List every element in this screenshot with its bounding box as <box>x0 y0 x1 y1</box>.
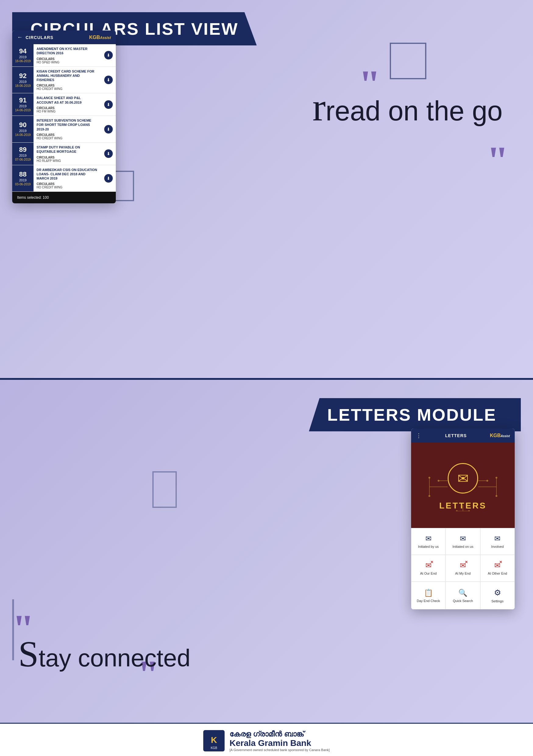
circular-item[interactable]: 94 2019 18-06-2019 AMENDMENT ON KYC MAST… <box>12 44 116 67</box>
grid-item-settings[interactable]: ⚙ Settings <box>480 581 515 609</box>
circular-type: CIRCULARS <box>37 57 98 61</box>
letters-header: LETTERS MODULE <box>309 398 521 431</box>
circular-type: CIRCULARS <box>37 182 98 186</box>
circular-action: ⬇ <box>101 67 116 93</box>
tagline-stay: Stay connected <box>18 636 191 672</box>
envelope-icon: ✉ <box>425 534 432 543</box>
grid-icon-wrapper: ✉ <box>460 534 466 543</box>
circular-content: DR AMBEDKAR CSIS ON EDUCATION LOANS- CLA… <box>34 165 101 192</box>
circular-wing: HO FM WING <box>37 110 98 113</box>
circular-item[interactable]: 90 2019 14-06-2019 INTEREST SUBVENTION S… <box>12 116 116 143</box>
phone-screen-title: CIRCULARS <box>26 35 53 40</box>
bank-name-block: കേരള ഗ്രാമീൻ ബാങ്ക് Kerala Gramin Bank [… <box>229 730 330 752</box>
circular-title: STAMP DUTY PAYABLE ON EQUITABLE MORTGAGE <box>37 145 98 154</box>
circular-year: 2019 <box>19 129 27 133</box>
circular-year: 2019 <box>19 178 27 182</box>
grid-item-involved[interactable]: ✉ Involved <box>480 528 515 555</box>
circular-title: KISAN CREDIT CARD SCHEME FOR ANIMAL HUSB… <box>37 69 98 82</box>
circulars-section: CIRCULARS LIST VIEW " " rread on the go … <box>0 0 533 378</box>
grid-label: Initiated by us <box>418 545 439 549</box>
circular-item[interactable]: 89 2019 07-06-2019 STAMP DUTY PAYABLE ON… <box>12 143 116 165</box>
grid-icon-wrapper: ✉ ✕ <box>460 561 466 570</box>
circular-number: 89 <box>19 146 27 153</box>
circular-number: 91 <box>19 97 27 104</box>
circular-sub: CIRCULARS HO SP&D WING <box>37 57 98 64</box>
grid-label: Settings <box>491 599 503 603</box>
day-end-check-icon: 📋 <box>424 589 433 597</box>
circular-item[interactable]: 92 2019 18-06-2019 KISAN CREDIT CARD SCH… <box>12 67 116 94</box>
circular-type: CIRCULARS <box>37 106 98 110</box>
svg-text:KGB: KGB <box>211 746 217 750</box>
mail-icon-circle: ✉ <box>448 463 478 494</box>
grid-item-at-our-end[interactable]: ✉ ✕ At Our End <box>411 555 445 581</box>
circular-content: KISAN CREDIT CARD SCHEME FOR ANIMAL HUSB… <box>34 67 101 93</box>
envelope-icon: ✉ <box>494 534 500 543</box>
bank-footer: K KGB കേരള ഗ്രാമീൻ ബാങ്ക് Kerala Gramin … <box>0 723 533 756</box>
rect-decoration-top <box>390 43 426 79</box>
circular-wing: HO RL&FP WING <box>37 159 98 162</box>
circular-sub: CIRCULARS HO RL&FP WING <box>37 156 98 162</box>
grid-item-quick-search[interactable]: 🔍 Quick Search <box>445 581 480 609</box>
items-selected-bar: Items selected: 100 <box>12 192 116 203</box>
circular-action: ⬇ <box>101 44 116 67</box>
line-decoration-letters <box>12 599 14 660</box>
envelope-strikethrough-icon: ✉ ✕ <box>425 561 432 570</box>
svg-point-11 <box>495 495 497 497</box>
grid-label: Involved <box>491 545 504 549</box>
grid-item-initiated-on-us[interactable]: ✉ Initiated on us <box>445 528 480 555</box>
circular-item[interactable]: 91 2019 14-06-2019 BALANCE SHEET AND P&L… <box>12 93 116 116</box>
circular-date: 14-06-2019 <box>15 133 31 137</box>
circular-sub: CIRCULARS HO CREDIT WING <box>37 133 98 140</box>
items-count: Items selected: 100 <box>17 195 49 200</box>
quick-search-icon: 🔍 <box>458 589 467 597</box>
circular-number: 94 <box>19 48 27 55</box>
circular-content: INTEREST SUBVENTION SCHEME FOR SHORT TER… <box>34 116 101 142</box>
circulars-phone-mockup: ← CIRCULARS KGBAssist 94 2019 18-06-2019… <box>12 31 116 203</box>
circular-content: AMENDMENT ON KYC MASTER DIRECTION 2016 C… <box>34 44 101 67</box>
letters-hero-title: LETTERS <box>439 501 487 511</box>
quote-close-icon: " <box>487 137 509 183</box>
download-button[interactable]: ⬇ <box>104 76 113 84</box>
circulars-list: 94 2019 18-06-2019 AMENDMENT ON KYC MAST… <box>12 44 116 192</box>
grid-label: At Our End <box>420 572 437 575</box>
menu-dots-icon[interactable]: ⋮ <box>416 432 422 439</box>
svg-point-9 <box>495 477 497 479</box>
circular-action: ⬇ <box>101 143 116 165</box>
kgb-logo-letters: KGBAssist <box>490 433 510 438</box>
tagline-read: rread on the go <box>312 85 502 129</box>
circular-sub: CIRCULARS HO CREDIT WING <box>37 182 98 189</box>
envelope-strikethrough-icon: ✉ ✕ <box>494 561 500 570</box>
circular-sub: CIRCULARS HO CREDIT WING <box>37 84 98 91</box>
grid-item-day-end-check[interactable]: 📋 Day End Check <box>411 581 445 609</box>
circular-wing: HO CREDIT WING <box>37 137 98 140</box>
grid-item-initiated-by-us[interactable]: ✉ Initiated by us <box>411 528 445 555</box>
download-button[interactable]: ⬇ <box>104 100 113 109</box>
circular-date: 18-06-2019 <box>15 84 31 88</box>
circular-sub: CIRCULARS HO FM WING <box>37 106 98 113</box>
grid-label: At Other End <box>488 572 507 575</box>
circular-content: BALANCE SHEET AND P&L ACCOUNT AS AT 30.0… <box>34 93 101 116</box>
envelope-icon: ✉ <box>460 534 466 543</box>
letters-phone-mockup: ⋮ LETTERS KGBAssist <box>411 429 515 609</box>
grid-item-at-my-end[interactable]: ✉ ✕ At My End <box>445 555 480 581</box>
download-button[interactable]: ⬇ <box>104 149 113 158</box>
bank-logo-icon: K KGB <box>203 730 225 751</box>
download-button[interactable]: ⬇ <box>104 51 113 60</box>
circular-number-box: 88 2019 03-06-2019 <box>12 165 34 192</box>
kgb-logo-top: KGBAssist <box>89 35 111 40</box>
circular-item[interactable]: 88 2019 03-06-2019 DR AMBEDKAR CSIS ON E… <box>12 165 116 192</box>
letters-phone-header: ⋮ LETTERS KGBAssist <box>411 429 515 443</box>
letters-hero: ✉ LETTERS <box>411 443 515 528</box>
circular-year: 2019 <box>19 80 27 84</box>
back-arrow-icon[interactable]: ← <box>17 34 22 40</box>
svg-point-2 <box>428 477 430 479</box>
circular-number-box: 89 2019 07-06-2019 <box>12 143 34 165</box>
download-button[interactable]: ⬇ <box>104 174 113 183</box>
download-button[interactable]: ⬇ <box>104 125 113 134</box>
circular-wing: HO CREDIT WING <box>37 186 98 189</box>
circular-wing: HO SP&D WING <box>37 61 98 64</box>
grid-item-at-other-end[interactable]: ✉ ✕ At Other End <box>480 555 515 581</box>
circular-year: 2019 <box>19 154 27 157</box>
bank-name-malayalam: കേരള ഗ്രാമീൻ ബാങ്ക് <box>229 730 330 738</box>
grid-icon-wrapper: ✉ ✕ <box>425 561 432 570</box>
